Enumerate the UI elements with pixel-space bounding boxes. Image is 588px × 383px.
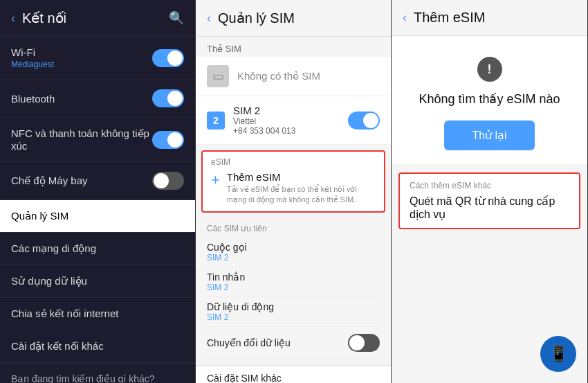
- mobile-label: Các mạng di động: [11, 242, 96, 255]
- calls-value: SIM 2: [207, 253, 380, 262]
- retry-button[interactable]: Thử lại: [444, 121, 534, 150]
- sms-row[interactable]: Tin nhắn SIM 2: [207, 267, 380, 297]
- panel-quan-ly-sim: ‹ Quản lý SIM Thẻ SIM ▭ Không có thẻ SIM…: [196, 0, 392, 383]
- mobile-item-left: Các mạng di động: [11, 242, 96, 255]
- esim-not-found-section: ! Không tìm thấy eSIM nào Thử lại: [392, 36, 587, 164]
- hotspot-label: Chia sẻ kết nối internet: [11, 308, 118, 320]
- bottom-question: Bạn đang tìm kiếm điều gì khác?: [11, 373, 184, 383]
- airplane-toggle[interactable]: [152, 172, 184, 190]
- data-priority-label: Dữ liệu di động: [207, 301, 380, 312]
- menu-item-airplane[interactable]: Chế độ Máy bay: [0, 162, 195, 200]
- wifi-toggle[interactable]: [152, 49, 184, 67]
- panel-ket-noi: ‹ Kết nối 🔍 Wi-Fi Mediaguest Bluetooth: [0, 0, 196, 383]
- panel-them-esim: ‹ Thêm eSIM ! Không tìm thấy eSIM nào Th…: [392, 0, 588, 383]
- add-esim-row[interactable]: + Thêm eSIM Tải về eSIM để bạn có thể kế…: [211, 171, 376, 206]
- nfc-toggle-knob: [167, 132, 183, 148]
- alt-method-text[interactable]: Quét mã QR từ nhà cung cấp dịch vụ: [410, 195, 569, 221]
- nfc-label: NFC và thanh toán không tiếp xúc: [11, 127, 152, 152]
- calls-row[interactable]: Cuộc gọi SIM 2: [207, 238, 380, 267]
- sms-value: SIM 2: [207, 283, 380, 292]
- alt-method-label: Cách thêm eSIM khác: [410, 181, 569, 190]
- sim2-item[interactable]: 2 SIM 2 Viettel +84 353 004 013: [196, 96, 391, 145]
- hotspot-item-left: Chia sẻ kết nối internet: [11, 308, 118, 320]
- panel1-back-button[interactable]: ‹: [11, 11, 15, 26]
- priority-title: Các SIM ưu tiên: [207, 224, 380, 233]
- wifi-item-left: Wi-Fi Mediaguest: [11, 46, 54, 69]
- no-sim-label: Không có thẻ SIM: [237, 70, 320, 82]
- panel1-scroll: Wi-Fi Mediaguest Bluetooth NFC và thanh …: [0, 37, 195, 383]
- panel2-scroll: Thẻ SIM ▭ Không có thẻ SIM 2 SIM 2 Viett…: [196, 37, 391, 383]
- airplane-toggle-knob: [154, 173, 169, 188]
- panel1-header: ‹ Kết nối 🔍: [0, 0, 195, 37]
- sms-label: Tin nhắn: [207, 271, 380, 283]
- data-row[interactable]: Dữ liệu di động SIM 2: [207, 297, 380, 327]
- the-sim-label: Thẻ SIM: [196, 37, 391, 57]
- wifi-toggle-knob: [167, 51, 183, 66]
- other-item-left: Cài đặt kết nối khác: [11, 340, 104, 353]
- add-esim-texts: Thêm eSIM Tải về eSIM để bạn có thể kết …: [227, 171, 376, 206]
- esim-section: eSIM + Thêm eSIM Tải về eSIM để bạn có t…: [201, 150, 385, 213]
- convert-row[interactable]: Chuyển đổi dữ liệu: [207, 327, 380, 359]
- calls-label: Cuộc gọi: [207, 242, 380, 253]
- data-label: Sử dụng dữ liệu: [11, 275, 87, 287]
- warning-icon: !: [477, 57, 502, 82]
- sim-settings-label: Cài đặt SIM khác: [207, 373, 282, 383]
- data-priority-value: SIM 2: [207, 312, 380, 322]
- convert-toggle-knob: [349, 335, 365, 350]
- priority-section: Các SIM ưu tiên Cuộc gọi SIM 2 Tin nhắn …: [196, 218, 391, 365]
- wifi-sublabel: Mediaguest: [11, 60, 54, 69]
- bluetooth-toggle[interactable]: [152, 89, 184, 107]
- data-item-left: Sử dụng dữ liệu: [11, 275, 87, 287]
- wifi-label: Wi-Fi: [11, 46, 54, 58]
- nfc-item-left: NFC và thanh toán không tiếp xúc: [11, 127, 152, 152]
- menu-item-nfc[interactable]: NFC và thanh toán không tiếp xúc: [0, 118, 195, 162]
- sim-label: Quản lý SIM: [11, 210, 68, 222]
- sim2-carrier: Viettel: [233, 116, 348, 126]
- esim-label: eSIM: [211, 157, 376, 167]
- panel1-title: Kết nối: [22, 10, 169, 26]
- menu-item-mobile[interactable]: Các mạng di động: [0, 233, 195, 265]
- sim2-info: SIM 2 Viettel +84 353 004 013: [233, 105, 348, 136]
- panel2-back-button[interactable]: ‹: [207, 11, 211, 26]
- convert-label: Chuyển đổi dữ liệu: [207, 337, 291, 348]
- panel3-title: Thêm eSIM: [414, 10, 576, 26]
- sim-settings-row[interactable]: Cài đặt SIM khác: [196, 365, 391, 383]
- other-label: Cài đặt kết nối khác: [11, 340, 104, 353]
- sim2-toggle-knob: [363, 113, 378, 128]
- no-sim-item: ▭ Không có thẻ SIM: [196, 57, 391, 96]
- panel3-header: ‹ Thêm eSIM: [392, 0, 587, 36]
- bluetooth-item-left: Bluetooth: [11, 93, 55, 105]
- menu-item-bluetooth[interactable]: Bluetooth: [0, 80, 195, 118]
- bluetooth-toggle-knob: [167, 91, 183, 106]
- menu-item-sim[interactable]: Quản lý SIM: [0, 200, 195, 233]
- panel2-header: ‹ Quản lý SIM: [196, 0, 391, 37]
- watermark-badge: 📱: [540, 336, 576, 372]
- sim2-toggle[interactable]: [348, 112, 380, 130]
- sim2-name: SIM 2: [233, 105, 348, 116]
- convert-toggle[interactable]: [348, 334, 380, 352]
- menu-item-wifi[interactable]: Wi-Fi Mediaguest: [0, 37, 195, 80]
- sim2-number: +84 353 004 013: [233, 126, 348, 136]
- alt-method-section: Cách thêm eSIM khác Quét mã QR từ nhà cu…: [398, 172, 580, 229]
- panel3-scroll: ! Không tìm thấy eSIM nào Thử lại Cách t…: [392, 36, 587, 383]
- menu-item-hotspot[interactable]: Chia sẻ kết nối internet: [0, 298, 195, 330]
- nfc-toggle[interactable]: [152, 131, 184, 149]
- plus-icon: +: [211, 172, 220, 188]
- panel3-back-button[interactable]: ‹: [403, 10, 407, 25]
- airplane-item-left: Chế độ Máy bay: [11, 175, 88, 187]
- watermark-icon: 📱: [549, 345, 568, 363]
- menu-item-other[interactable]: Cài đặt kết nối khác: [0, 330, 195, 363]
- add-esim-title: Thêm eSIM: [227, 171, 376, 183]
- not-found-text: Không tìm thấy eSIM nào: [419, 91, 560, 107]
- sim-item-left: Quản lý SIM: [11, 210, 68, 222]
- airplane-label: Chế độ Máy bay: [11, 175, 88, 187]
- panel2-title: Quản lý SIM: [218, 10, 380, 26]
- menu-item-data[interactable]: Sử dụng dữ liệu: [0, 265, 195, 298]
- bluetooth-label: Bluetooth: [11, 93, 55, 105]
- sim2-badge: 2: [207, 112, 225, 130]
- add-esim-desc: Tải về eSIM để bạn có thể kết nối với mạ…: [227, 184, 376, 206]
- panel1-bottom: Bạn đang tìm kiếm điều gì khác? Samsung …: [0, 363, 195, 383]
- sim-placeholder-icon: ▭: [207, 65, 229, 87]
- search-icon[interactable]: 🔍: [169, 10, 184, 26]
